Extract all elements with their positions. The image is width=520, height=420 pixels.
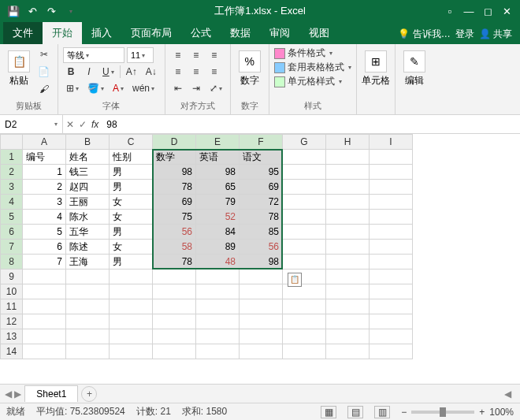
name-box[interactable]: D2▾ <box>0 115 63 133</box>
cell-F6[interactable]: 85 <box>240 225 283 240</box>
row-header-9[interactable]: 9 <box>1 269 23 284</box>
cell-F9[interactable] <box>240 269 283 284</box>
cell-A5[interactable]: 4 <box>23 210 66 225</box>
cells-button[interactable]: ⊞ 单元格 <box>362 46 390 91</box>
formula-bar[interactable] <box>102 119 520 130</box>
format-as-table-button[interactable]: 套用表格格式 <box>274 61 351 74</box>
minimize-icon[interactable]: — <box>460 2 477 20</box>
cell-B9[interactable] <box>66 269 110 284</box>
col-header-A[interactable]: A <box>23 135 66 150</box>
cell-E10[interactable] <box>196 284 240 299</box>
cell-A6[interactable]: 5 <box>23 225 66 240</box>
add-sheet-button[interactable]: + <box>81 386 97 402</box>
cell-C12[interactable] <box>110 314 153 329</box>
save-icon[interactable]: 💾 <box>5 2 22 20</box>
tab-view[interactable]: 视图 <box>299 22 339 44</box>
cell-A13[interactable] <box>23 329 66 344</box>
cell-B3[interactable]: 赵四 <box>66 180 110 195</box>
redo-icon[interactable]: ↷ <box>43 2 60 20</box>
cell-D13[interactable] <box>153 329 196 344</box>
row-header-8[interactable]: 8 <box>1 255 23 269</box>
cell-C4[interactable]: 女 <box>110 195 153 210</box>
cell-B13[interactable] <box>66 329 110 344</box>
cell-D6[interactable]: 56 <box>153 225 196 240</box>
cell-E5[interactable]: 52 <box>196 210 240 225</box>
fill-color-button[interactable]: 🪣 <box>84 80 107 96</box>
cell-I8[interactable] <box>370 255 413 269</box>
cell-B4[interactable]: 王丽 <box>66 195 110 210</box>
cell-C13[interactable] <box>110 329 153 344</box>
hscroll-left-icon[interactable]: ◀ <box>504 388 515 400</box>
cell-H12[interactable] <box>326 314 370 329</box>
font-size-select[interactable]: 11 <box>127 47 154 63</box>
cell-H7[interactable] <box>326 240 370 255</box>
cell-I12[interactable] <box>370 314 413 329</box>
cell-C8[interactable]: 男 <box>110 255 153 269</box>
phonetic-button[interactable]: wén <box>129 80 158 96</box>
zoom-in-button[interactable]: + <box>479 407 485 418</box>
cell-B5[interactable]: 陈水 <box>66 210 110 225</box>
align-middle-icon[interactable]: ≡ <box>188 47 204 63</box>
cell-E4[interactable]: 79 <box>196 195 240 210</box>
cell-G6[interactable] <box>283 225 326 240</box>
cell-B8[interactable]: 王海 <box>66 255 110 269</box>
cell-D12[interactable] <box>153 314 196 329</box>
col-header-D[interactable]: D <box>153 135 196 150</box>
cell-D5[interactable]: 75 <box>153 210 196 225</box>
cell-C11[interactable] <box>110 299 153 314</box>
login-link[interactable]: 登录 <box>455 28 474 41</box>
cell-E11[interactable] <box>196 299 240 314</box>
tab-file[interactable]: 文件 <box>3 22 43 44</box>
cell-D1[interactable]: 数学 <box>153 150 196 165</box>
border-button[interactable]: ⊞ <box>63 80 82 96</box>
cell-D7[interactable]: 58 <box>153 240 196 255</box>
cell-F10[interactable] <box>240 284 283 299</box>
cell-B14[interactable] <box>66 344 110 359</box>
maximize-icon[interactable]: ◻ <box>479 2 496 20</box>
cell-D2[interactable]: 98 <box>153 165 196 180</box>
cell-I1[interactable] <box>370 150 413 165</box>
cell-F4[interactable]: 72 <box>240 195 283 210</box>
row-header-10[interactable]: 10 <box>1 284 23 299</box>
cell-B10[interactable] <box>66 284 110 299</box>
cell-F14[interactable] <box>240 344 283 359</box>
view-normal-icon[interactable]: ▦ <box>321 406 336 418</box>
cell-I14[interactable] <box>370 344 413 359</box>
cell-E8[interactable]: 48 <box>196 255 240 269</box>
cell-E2[interactable]: 98 <box>196 165 240 180</box>
cell-E12[interactable] <box>196 314 240 329</box>
cell-G7[interactable] <box>283 240 326 255</box>
cell-B2[interactable]: 钱三 <box>66 165 110 180</box>
cell-D4[interactable]: 69 <box>153 195 196 210</box>
cell-H13[interactable] <box>326 329 370 344</box>
col-header-B[interactable]: B <box>66 135 110 150</box>
cell-E7[interactable]: 89 <box>196 240 240 255</box>
spreadsheet-grid[interactable]: ABCDEFGHI1编号姓名性别数学英语语文21钱三男98989532赵四男78… <box>0 134 413 359</box>
cell-C10[interactable] <box>110 284 153 299</box>
cell-G1[interactable] <box>283 150 326 165</box>
cell-E3[interactable]: 65 <box>196 180 240 195</box>
zoom-slider[interactable] <box>411 411 474 414</box>
row-header-4[interactable]: 4 <box>1 195 23 210</box>
sheet-nav[interactable]: ◀ ▶ <box>5 388 21 400</box>
tell-me[interactable]: 💡 告诉我… <box>398 28 450 41</box>
cell-I5[interactable] <box>370 210 413 225</box>
cell-G8[interactable] <box>283 255 326 269</box>
font-name-select[interactable]: 等线 <box>63 47 124 63</box>
cell-A11[interactable] <box>23 299 66 314</box>
cell-H1[interactable] <box>326 150 370 165</box>
cell-C6[interactable]: 男 <box>110 225 153 240</box>
align-left-icon[interactable]: ≡ <box>170 64 186 80</box>
increase-font-icon[interactable]: A↑ <box>123 64 140 80</box>
cell-G3[interactable] <box>283 180 326 195</box>
cell-F12[interactable] <box>240 314 283 329</box>
col-header-C[interactable]: C <box>110 135 153 150</box>
cell-styles-button[interactable]: 单元格样式 <box>274 75 351 88</box>
share-button[interactable]: 👤 共享 <box>479 28 512 41</box>
row-header-13[interactable]: 13 <box>1 329 23 344</box>
cell-H9[interactable] <box>326 269 370 284</box>
cell-H3[interactable] <box>326 180 370 195</box>
underline-button[interactable]: U <box>99 64 117 80</box>
cell-E6[interactable]: 84 <box>196 225 240 240</box>
cell-D10[interactable] <box>153 284 196 299</box>
